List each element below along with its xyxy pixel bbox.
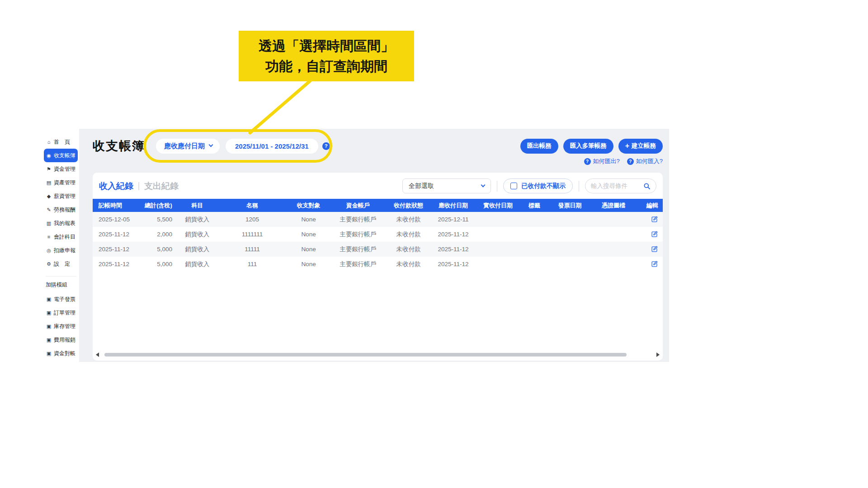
sidebar: ⌂首 頁◉收支帳簿⚑資金管理▤資產管理◆薪資管理✎勞務報酬▥我的報表≡會計科目◎… (43, 129, 79, 362)
sidebar-item-label: 訂單管理 (54, 309, 75, 317)
horizontal-scrollbar[interactable] (96, 352, 660, 358)
sidebar-item-inventory-management[interactable]: ▣庫存管理 (44, 319, 78, 333)
table-cell: 1111111 (217, 227, 288, 242)
how-export-link[interactable]: ? 如何匯出? (584, 157, 620, 165)
asset-management-icon: ▤ (46, 180, 52, 186)
home-icon: ⌂ (46, 139, 52, 145)
table-cell: 11111 (217, 242, 288, 257)
filters: 全部選取 已收付款不顯示 (402, 178, 656, 193)
table-cell: 銷貨收入 (178, 227, 217, 242)
how-import-link[interactable]: ? 如何匯入? (627, 157, 663, 165)
tab-income-records[interactable]: 收入紀錄 (99, 180, 133, 192)
table-cell: 2025-11-12 (430, 257, 476, 272)
table-row: 2025-12-055,500銷貨收入1205None主要銀行帳戶未收付款202… (93, 212, 663, 227)
hide-paid-filter[interactable]: 已收付款不顯示 (503, 178, 573, 193)
sidebar-item-payroll-management[interactable]: ◆薪資管理 (44, 189, 78, 203)
create-button[interactable]: + 建立帳務 (618, 139, 663, 154)
callout-text-line2: 功能，自訂查詢期間 (265, 56, 387, 76)
main-content: 收支帳簿 應收應付日期 2025/11/01 - 2025/12/31 ? 匯出… (79, 129, 669, 362)
column-header: 實收付日期 (476, 199, 520, 212)
table-cell: 111 (217, 257, 288, 272)
search-input[interactable] (591, 183, 643, 189)
table-cell (549, 227, 591, 242)
table-cell: 未收付款 (387, 242, 430, 257)
edit-row-button[interactable] (636, 212, 663, 227)
table-cell: None (288, 212, 329, 227)
help-links: ? 如何匯出? ? 如何匯入? (93, 157, 663, 165)
table-cell: 銷貨收入 (178, 212, 217, 227)
table-cell: None (288, 227, 329, 242)
table-cell: 2025-11-12 (93, 257, 134, 272)
table-cell: 未收付款 (387, 212, 430, 227)
search-box[interactable] (585, 178, 656, 193)
sidebar-item-income-expense-ledger[interactable]: ◉收支帳簿 (44, 149, 78, 162)
checkbox-icon[interactable] (510, 183, 517, 189)
import-button[interactable]: 匯入多筆帳務 (563, 139, 613, 154)
sidebar-item-withholding-declaration[interactable]: ◎扣繳申報 (44, 244, 78, 257)
sidebar-item-asset-management[interactable]: ▤資產管理 (44, 176, 78, 189)
app-window: ⌂首 頁◉收支帳簿⚑資金管理▤資產管理◆薪資管理✎勞務報酬▥我的報表≡會計科目◎… (43, 129, 669, 362)
sidebar-item-settings[interactable]: ⚙設 定 (44, 257, 78, 271)
edit-row-button[interactable] (636, 257, 663, 272)
scrollbar-thumb[interactable] (104, 353, 627, 357)
sidebar-item-labor-remuneration[interactable]: ✎勞務報酬 (44, 203, 78, 216)
date-range-button[interactable]: 2025/11/01 - 2025/12/31 (226, 139, 318, 154)
table-cell: 2025-11-12 (93, 227, 134, 242)
select-all-value: 全部選取 (409, 182, 434, 190)
column-header: 收支對象 (288, 199, 329, 212)
sidebar-item-home[interactable]: ⌂首 頁 (44, 135, 78, 149)
sidebar-item-fund-reconciliation[interactable]: ▣資金對帳 (44, 347, 78, 360)
edit-icon (651, 260, 658, 268)
edit-row-button[interactable] (636, 242, 663, 257)
settings-icon: ⚙ (46, 261, 52, 267)
table-cell (549, 257, 591, 272)
column-header: 發票日期 (549, 199, 591, 212)
table-row: 2025-11-125,000銷貨收入111None主要銀行帳戶未收付款2025… (93, 257, 663, 272)
hide-paid-label: 已收付款不顯示 (521, 182, 566, 190)
table-header-row: 記帳時間總計(含稅)科目名稱收支對象資金帳戶收付款狀態應收付日期實收付日期標籤發… (93, 199, 663, 212)
sidebar-item-fund-management[interactable]: ⚑資金管理 (44, 162, 78, 176)
sidebar-nav-addon: ▣電子發票▣訂單管理▣庫存管理▣費用報銷▣資金對帳 (43, 292, 79, 360)
table-cell: 5,000 (134, 257, 178, 272)
export-button[interactable]: 匯出帳務 (520, 139, 558, 154)
table-cell: 1205 (217, 212, 288, 227)
scroll-right-icon[interactable] (656, 352, 660, 357)
column-header: 標籤 (520, 199, 549, 212)
sidebar-item-e-invoice[interactable]: ▣電子發票 (44, 292, 78, 306)
date-help-icon[interactable]: ? (322, 142, 330, 150)
table-cell: 5,000 (134, 242, 178, 257)
vertical-divider (579, 181, 579, 192)
expense-reimbursement-icon: ▣ (46, 337, 52, 343)
sidebar-item-my-reports[interactable]: ▥我的報表 (44, 216, 78, 230)
table-cell (476, 227, 520, 242)
page-header: 收支帳簿 應收應付日期 2025/11/01 - 2025/12/31 ? 匯出… (93, 138, 663, 154)
date-type-dropdown[interactable]: 應收應付日期 (156, 139, 220, 154)
sidebar-item-accounting-subjects[interactable]: ≡會計科目 (44, 230, 78, 244)
table-cell: 主要銀行帳戶 (329, 257, 387, 272)
my-reports-icon: ▥ (46, 221, 52, 226)
column-header: 收付款狀態 (387, 199, 430, 212)
select-all-dropdown[interactable]: 全部選取 (402, 178, 491, 193)
table-cell (591, 257, 636, 272)
table-cell (520, 257, 549, 272)
table-cell (520, 242, 549, 257)
table-cell: 銷貨收入 (178, 257, 217, 272)
scrollbar-track[interactable] (104, 353, 651, 357)
table-cell (549, 212, 591, 227)
edit-row-button[interactable] (636, 227, 663, 242)
help-icon: ? (627, 158, 634, 165)
column-header: 應收付日期 (430, 199, 476, 212)
table-cell: None (288, 257, 329, 272)
sidebar-item-label: 會計科目 (54, 233, 75, 241)
tab-expense-records[interactable]: 支出紀錄 (144, 180, 179, 192)
sidebar-item-expense-reimbursement[interactable]: ▣費用報銷 (44, 333, 78, 347)
table-cell: 主要銀行帳戶 (329, 212, 387, 227)
date-type-label: 應收應付日期 (164, 142, 205, 150)
fund-reconciliation-icon: ▣ (46, 351, 52, 357)
fund-management-icon: ⚑ (46, 166, 52, 172)
sidebar-item-label: 資產管理 (54, 179, 75, 187)
table-cell (520, 227, 549, 242)
scroll-left-icon[interactable] (96, 352, 99, 357)
sidebar-item-order-management[interactable]: ▣訂單管理 (44, 306, 78, 319)
table-cell (476, 257, 520, 272)
